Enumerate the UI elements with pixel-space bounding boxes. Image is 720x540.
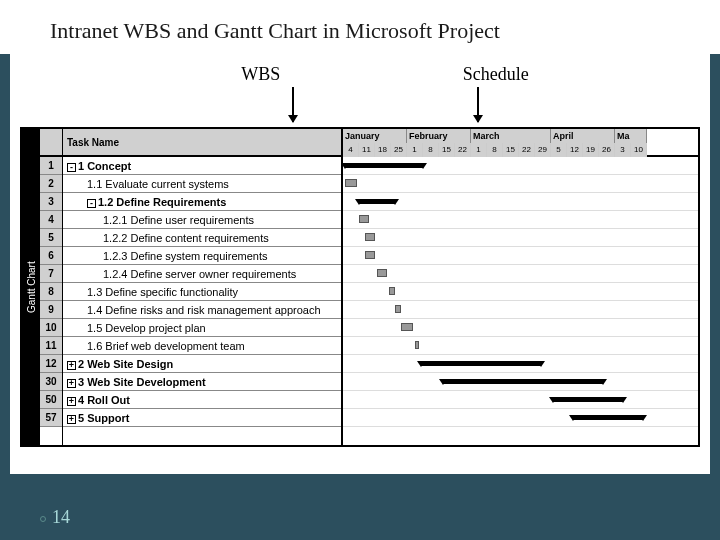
row-number-cell[interactable]: 5 [40, 229, 62, 247]
task-cell[interactable]: 1.2.1 Define user requirements [63, 211, 341, 229]
task-cell[interactable]: +2 Web Site Design [63, 355, 341, 373]
expand-icon[interactable]: + [67, 397, 76, 406]
gantt-row [343, 193, 698, 211]
expand-icon[interactable]: + [67, 415, 76, 424]
task-name-text: 1.2 Define Requirements [98, 196, 226, 208]
week-header-cell: 18 [375, 143, 391, 157]
arrow-down-icon [292, 87, 294, 122]
task-cell[interactable]: +4 Roll Out [63, 391, 341, 409]
week-header-cell: 12 [567, 143, 583, 157]
task-cell[interactable]: +5 Support [63, 409, 341, 427]
task-cell[interactable]: 1.5 Develop project plan [63, 319, 341, 337]
week-header-cell: 1 [471, 143, 487, 157]
row-number-cell[interactable]: 3 [40, 193, 62, 211]
gantt-row [343, 355, 698, 373]
gantt-row [343, 247, 698, 265]
task-cell[interactable]: 1.3 Define specific functionality [63, 283, 341, 301]
task-name-column: Task Name -1 Concept1.1 Evaluate current… [63, 129, 343, 445]
expand-icon[interactable]: + [67, 379, 76, 388]
month-header-cell: April [551, 129, 615, 143]
task-name-text: 2 Web Site Design [78, 358, 173, 370]
gantt-row [343, 301, 698, 319]
task-bar[interactable] [415, 341, 419, 349]
week-header-cell: 15 [439, 143, 455, 157]
gantt-row [343, 283, 698, 301]
arrow-down-icon [477, 87, 479, 122]
task-cell[interactable]: 1.2.3 Define system requirements [63, 247, 341, 265]
expand-icon[interactable]: + [67, 361, 76, 370]
task-name-text: 1.4 Define risks and risk management app… [87, 304, 321, 316]
task-cell[interactable]: +3 Web Site Development [63, 373, 341, 391]
row-number-cell[interactable]: 7 [40, 265, 62, 283]
week-header-cell: 5 [551, 143, 567, 157]
summary-bar[interactable] [573, 415, 643, 420]
row-number-cell[interactable]: 11 [40, 337, 62, 355]
task-bar[interactable] [345, 179, 357, 187]
task-name-text: 1.2.3 Define system requirements [103, 250, 267, 262]
row-number-cell[interactable]: 10 [40, 319, 62, 337]
row-number-cell[interactable]: 8 [40, 283, 62, 301]
gantt-row [343, 337, 698, 355]
task-name-text: 1.5 Develop project plan [87, 322, 206, 334]
month-header-cell: Ma [615, 129, 647, 143]
week-header-cell: 25 [391, 143, 407, 157]
summary-bar[interactable] [345, 163, 423, 168]
week-header-cell: 19 [583, 143, 599, 157]
weeks-header: 4111825181522181522295121926310 [343, 143, 698, 157]
row-number-cell[interactable]: 50 [40, 391, 62, 409]
week-header-cell: 26 [599, 143, 615, 157]
row-number-cell[interactable]: 12 [40, 355, 62, 373]
gantt-row [343, 319, 698, 337]
row-number-column: 123456789101112305057 [40, 129, 63, 445]
week-header-cell: 4 [343, 143, 359, 157]
task-cell[interactable]: 1.2.4 Define server owner requirements [63, 265, 341, 283]
task-name-text: 1.2.4 Define server owner requirements [103, 268, 296, 280]
row-number-cell[interactable]: 30 [40, 373, 62, 391]
summary-bar[interactable] [359, 199, 395, 204]
week-header-cell: 22 [519, 143, 535, 157]
week-header-cell: 8 [423, 143, 439, 157]
gantt-row [343, 175, 698, 193]
month-header-cell: February [407, 129, 471, 143]
gantt-chart-tab[interactable]: Gantt Chart [22, 129, 40, 445]
task-name-header: Task Name [63, 129, 341, 157]
row-number-cell[interactable]: 9 [40, 301, 62, 319]
task-bar[interactable] [365, 233, 375, 241]
task-bar[interactable] [365, 251, 375, 259]
task-name-text: 5 Support [78, 412, 129, 424]
task-bar[interactable] [389, 287, 395, 295]
task-cell[interactable]: -1.2 Define Requirements [63, 193, 341, 211]
task-name-text: 1.2.1 Define user requirements [103, 214, 254, 226]
row-number-cell[interactable]: 4 [40, 211, 62, 229]
week-header-cell: 10 [631, 143, 647, 157]
task-cell[interactable]: 1.1 Evaluate current systems [63, 175, 341, 193]
week-header-cell: 29 [535, 143, 551, 157]
row-number-cell[interactable]: 57 [40, 409, 62, 427]
week-header-cell: 11 [359, 143, 375, 157]
task-cell[interactable]: 1.6 Brief web development team [63, 337, 341, 355]
row-number-cell[interactable]: 1 [40, 157, 62, 175]
collapse-icon[interactable]: - [67, 163, 76, 172]
task-cell[interactable]: 1.4 Define risks and risk management app… [63, 301, 341, 319]
task-name-text: 1.1 Evaluate current systems [87, 178, 229, 190]
row-number-cell[interactable]: 6 [40, 247, 62, 265]
collapse-icon[interactable]: - [87, 199, 96, 208]
summary-bar[interactable] [421, 361, 541, 366]
task-name-text: 1.6 Brief web development team [87, 340, 245, 352]
summary-bar[interactable] [553, 397, 623, 402]
task-bar[interactable] [359, 215, 369, 223]
task-bar[interactable] [395, 305, 401, 313]
task-bar[interactable] [401, 323, 413, 331]
task-bar[interactable] [377, 269, 387, 277]
gantt-row [343, 373, 698, 391]
week-header-cell: 22 [455, 143, 471, 157]
task-cell[interactable]: -1 Concept [63, 157, 341, 175]
content-area: WBS Schedule Gantt Chart 123456789101112… [10, 54, 710, 474]
week-header-cell: 1 [407, 143, 423, 157]
task-name-text: 4 Roll Out [78, 394, 130, 406]
months-header: JanuaryFebruaryMarchAprilMa [343, 129, 698, 143]
task-cell[interactable]: 1.2.2 Define content requirements [63, 229, 341, 247]
summary-bar[interactable] [443, 379, 603, 384]
page-number: 14 [40, 507, 70, 528]
row-number-cell[interactable]: 2 [40, 175, 62, 193]
